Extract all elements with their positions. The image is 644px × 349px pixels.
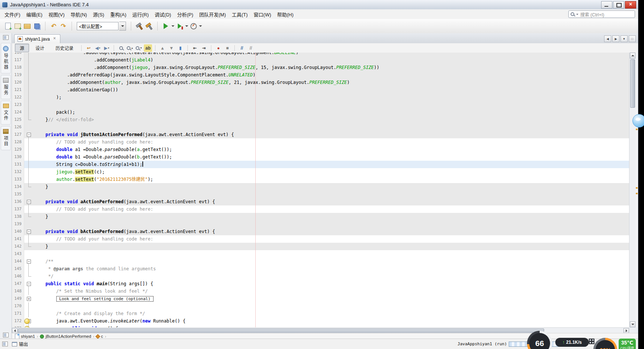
code-line[interactable]: 119 .addPreferredGap(javax.swing.LayoutS…: [12, 71, 629, 79]
find-selection-icon[interactable]: [117, 44, 125, 52]
search-scope-dropdown-icon[interactable]: [576, 14, 578, 15]
configuration-combobox[interactable]: <默认配置>: [77, 22, 119, 30]
code-editor[interactable]: 116 .addGroup(layout.createParallelGroup…: [12, 53, 629, 327]
debug-project-dropdown-icon[interactable]: [184, 21, 189, 31]
menu-item[interactable]: 运行(R): [129, 9, 152, 19]
quick-search-input[interactable]: 搜索 (Ctrl+I): [568, 10, 635, 18]
line-number[interactable]: 142: [12, 243, 24, 250]
stop-macro-icon[interactable]: ■: [223, 44, 231, 52]
code-line[interactable]: 126: [12, 123, 629, 131]
clean-build-icon[interactable]: [144, 21, 154, 31]
scroll-tabs-right-button[interactable]: ▶: [612, 35, 619, 42]
editor-tab-shiyan1[interactable]: shiyan1.java: [14, 34, 60, 43]
maximize-button[interactable]: [613, 1, 624, 9]
code-line[interactable]: 141 // TODO add your handling code here:: [12, 235, 629, 243]
code-line[interactable]: 171 /* Create and display the form */: [12, 310, 629, 317]
code-line[interactable]: 134 }: [12, 183, 629, 191]
next-bookmark-icon[interactable]: ▼: [167, 44, 176, 52]
shift-left-icon[interactable]: ⇤: [191, 44, 199, 52]
line-number[interactable]: 149: [12, 295, 24, 302]
new-file-icon[interactable]: [3, 21, 13, 31]
line-number[interactable]: 148: [12, 287, 24, 295]
line-number[interactable]: 128: [12, 138, 24, 146]
find-next-icon[interactable]: ▼: [135, 44, 143, 52]
close-button[interactable]: [625, 1, 636, 9]
code-line[interactable]: 140− private void bActionPerformed(java.…: [12, 228, 629, 235]
toggle-bookmark-icon[interactable]: ▮: [176, 44, 184, 52]
scroll-right-icon[interactable]: [624, 328, 629, 333]
dock-output-icon[interactable]: [2, 342, 8, 346]
code-line[interactable]: 122 );: [12, 94, 629, 101]
line-number[interactable]: 124: [12, 109, 24, 116]
code-line[interactable]: 127− private void jButton1ActionPerforme…: [12, 131, 629, 138]
cpu-temperature-overlay[interactable]: 35℃ CPU温度: [619, 339, 636, 349]
code-line[interactable]: 136− private void aActionPerformed(java.…: [12, 198, 629, 205]
line-number[interactable]: 118: [12, 64, 24, 71]
line-number[interactable]: 120: [12, 79, 24, 86]
line-number[interactable]: 129: [12, 146, 24, 153]
vertical-scrollbar-thumb[interactable]: [630, 59, 635, 108]
run-project-icon[interactable]: [161, 21, 171, 31]
toggle-highlight-icon[interactable]: ab: [144, 44, 152, 52]
lightbulb-hint-icon[interactable]: [24, 326, 30, 327]
code-line[interactable]: 124 pack();: [12, 109, 629, 116]
line-number[interactable]: 132: [12, 168, 24, 176]
line-number[interactable]: 135: [12, 191, 24, 198]
last-edited-icon[interactable]: ↩: [85, 44, 93, 52]
menu-item[interactable]: 分析(P): [174, 9, 196, 19]
code-line[interactable]: 147− public static void main(String args…: [12, 280, 629, 287]
output-window-button[interactable]: 输出: [10, 340, 30, 348]
title-bar[interactable]: JavaAppshiyan1 - NetBeans IDE 7.4: [0, 0, 638, 10]
configuration-dropdown-icon[interactable]: [119, 22, 126, 31]
menu-item[interactable]: 源(S): [90, 9, 107, 19]
code-line[interactable]: 117 .addComponent(jLabel4): [12, 56, 629, 64]
code-line[interactable]: 133 author.setText("201621123075徐建民");: [12, 176, 629, 183]
code-line[interactable]: 144− /**: [12, 258, 629, 265]
sidebar-tab-服务[interactable]: 服务: [1, 75, 11, 99]
code-line[interactable]: 130 double b1 =Double.parseDouble(b.getT…: [12, 153, 629, 161]
line-number[interactable]: 144: [12, 258, 24, 265]
code-line[interactable]: 125 }// </editor-fold>: [12, 116, 629, 123]
line-number[interactable]: 122: [12, 94, 24, 101]
menu-item[interactable]: 工具(T): [229, 9, 251, 19]
breadcrumb-item[interactable]: jButton1ActionPerformed: [40, 334, 91, 339]
line-number[interactable]: 134: [12, 183, 24, 191]
code-line[interactable]: 135: [12, 191, 629, 198]
code-line[interactable]: 148 /* Set the Nimbus look and feel */: [12, 287, 629, 295]
warning-mark-icon[interactable]: [636, 129, 638, 130]
code-line[interactable]: 121 .addContainerGap()): [12, 86, 629, 94]
widget-grid-icon[interactable]: [589, 339, 594, 344]
dock-window-icon[interactable]: [3, 35, 9, 40]
find-previous-icon[interactable]: ▲: [126, 44, 134, 52]
line-number[interactable]: 140: [12, 228, 24, 235]
line-number[interactable]: 171: [12, 310, 24, 317]
undo-icon[interactable]: ↶: [49, 21, 59, 31]
tab-close-icon[interactable]: [52, 37, 57, 41]
profile-project-icon[interactable]: [189, 21, 198, 31]
scroll-up-icon[interactable]: [630, 53, 635, 59]
code-line[interactable]: 172− java.awt.EventQueue.invokeLater(new…: [12, 317, 629, 325]
fold-collapse-icon[interactable]: −: [27, 133, 31, 137]
fold-collapse-icon[interactable]: −: [27, 282, 31, 286]
warning-mark-icon[interactable]: [636, 187, 638, 189]
profile-project-dropdown-icon[interactable]: [198, 21, 202, 31]
fold-collapse-icon[interactable]: −: [27, 260, 31, 264]
line-number[interactable]: 147: [12, 280, 24, 287]
code-line[interactable]: 139: [12, 220, 629, 228]
code-line[interactable]: 132 jieguo.setText(c);: [12, 168, 629, 176]
scroll-left-icon[interactable]: [12, 328, 18, 333]
code-line[interactable]: 138 }: [12, 213, 629, 220]
minimize-button[interactable]: [601, 1, 612, 9]
line-number[interactable]: 116: [12, 53, 24, 56]
menu-item[interactable]: 文件(F): [1, 9, 23, 19]
comment-icon[interactable]: //: [238, 44, 246, 52]
error-stripe[interactable]: [635, 53, 638, 327]
floating-ball-overlay[interactable]: [632, 114, 644, 128]
code-line[interactable]: 120 .addComponent(author, javax.swing.Gr…: [12, 79, 629, 86]
forward-icon[interactable]: ▶▾: [102, 44, 111, 52]
network-speed-overlay[interactable]: ↑ 21.1K/s: [555, 338, 589, 347]
menu-item[interactable]: 调试(D): [152, 9, 174, 19]
code-line[interactable]: 149+ Look and feel setting code (optiona…: [12, 295, 629, 302]
menu-item[interactable]: 帮助(H): [274, 9, 297, 19]
sidebar-tab-项目[interactable]: 项目: [1, 126, 11, 150]
